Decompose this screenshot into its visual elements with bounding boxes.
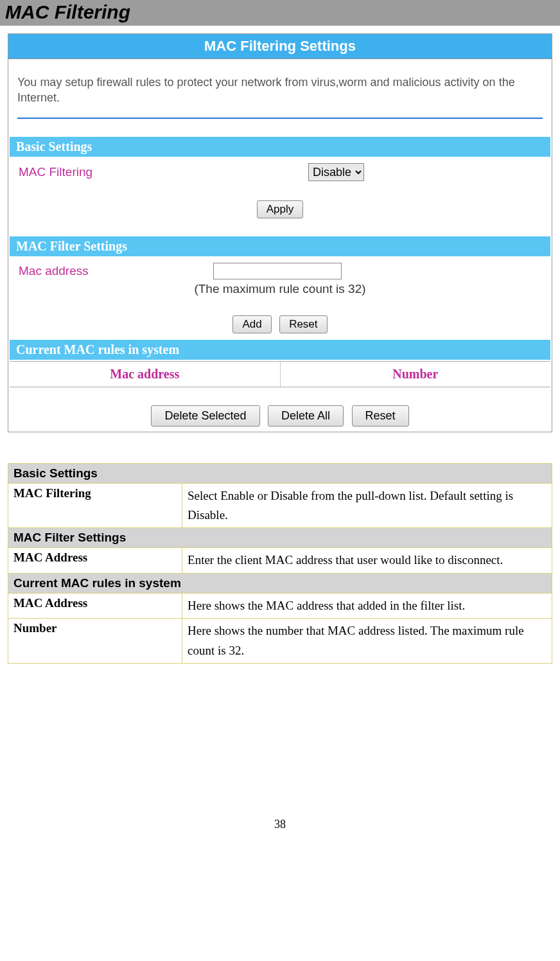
desc-key: Number [8,619,182,664]
max-rule-note: (The maximum rule count is 32) [8,282,552,296]
description-table: Basic SettingsMAC FilteringSelect Enable… [8,463,552,664]
page-title: MAC Filtering [5,1,555,23]
mac-filtering-row: MAC Filtering Disable [8,157,552,181]
desc-section-header: Basic Settings [8,463,552,483]
col-mac-address: Mac address [10,362,281,387]
desc-value: Here shows the MAC address that added in… [182,593,552,618]
mac-address-row: Mac address [8,256,552,279]
desc-value: Enter the client MAC address that user w… [182,548,552,573]
col-number: Number [281,362,551,387]
mac-filtering-label: MAC Filtering [19,165,308,179]
panel-header: MAC Filtering Settings [8,34,552,59]
mac-filtering-select[interactable]: Disable [308,163,364,181]
desc-value: Here shows the number that MAC address l… [182,619,552,664]
mac-address-input[interactable] [213,263,342,279]
reset-rules-button[interactable]: Reset [352,405,409,427]
settings-panel: MAC Filtering Settings You may setup fir… [8,33,552,432]
delete-all-button[interactable]: Delete All [268,405,344,427]
reset-button[interactable]: Reset [279,315,327,333]
desc-key: MAC Address [8,593,182,618]
mac-filter-settings-bar: MAC Filter Settings [10,236,550,256]
desc-key: MAC Address [8,548,182,573]
current-rules-bar: Current MAC rules in system [10,340,550,360]
page-number: 38 [0,818,560,844]
add-button[interactable]: Add [232,315,271,333]
separator [17,118,543,119]
delete-selected-button[interactable]: Delete Selected [151,405,259,427]
desc-value: Select Enable or Disable from the pull-d… [182,483,552,528]
page-title-bar: MAC Filtering [0,0,560,26]
rules-table-header: Mac address Number [10,361,550,387]
desc-section-header: MAC Filter Settings [8,528,552,548]
desc-key: MAC Filtering [8,483,182,528]
basic-settings-bar: Basic Settings [10,137,550,157]
mac-address-label: Mac address [19,264,213,278]
panel-intro: You may setup firewall rules to protect … [8,59,552,115]
desc-section-header: Current MAC rules in system [8,573,552,593]
apply-button[interactable]: Apply [257,200,304,218]
